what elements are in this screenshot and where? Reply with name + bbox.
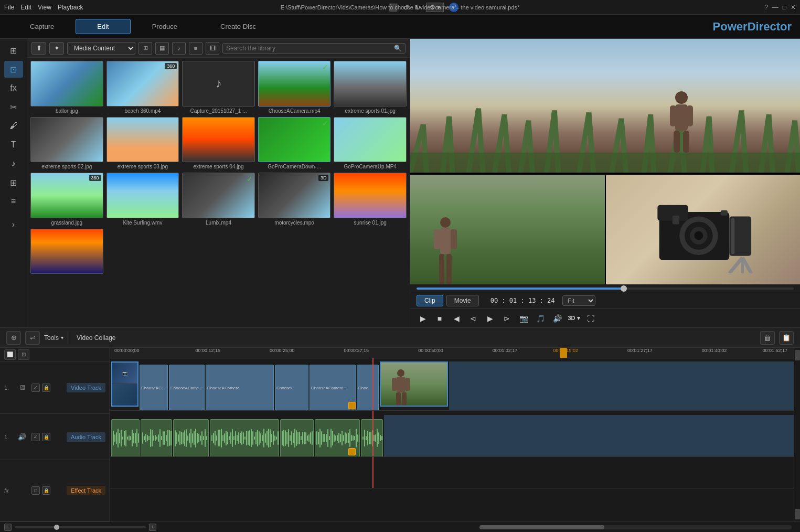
tl-split-btn[interactable]: ⇌	[25, 331, 40, 345]
view-filmstrip-btn[interactable]: 🎞	[206, 42, 219, 55]
video-check-btn[interactable]: ✓	[31, 384, 40, 392]
media-item-14[interactable]: 3Dmotorcycles.mpo	[258, 173, 331, 226]
prev-frame-btn[interactable]: ◀	[450, 312, 463, 325]
sidebar-expand-icon[interactable]: ›	[4, 216, 23, 233]
audio-clip-2[interactable]	[141, 419, 172, 456]
content-type-select[interactable]: Media Content	[67, 42, 135, 55]
effect-check-btn[interactable]: □	[31, 486, 40, 495]
sidebar-sub-icon[interactable]: ≡	[4, 193, 23, 210]
video-clip-1[interactable]: ChooseACa...	[140, 365, 168, 410]
clip-mode-btn[interactable]: Clip	[417, 295, 443, 306]
tab-produce[interactable]: Produce	[131, 19, 199, 34]
media-item-7[interactable]: extreme sports 03.jpg	[106, 117, 179, 170]
sidebar-fx-icon[interactable]: fx	[4, 80, 23, 97]
audio-clip-4[interactable]	[210, 419, 279, 456]
sidebar-audio-icon[interactable]: ♪	[4, 155, 23, 172]
import-btn[interactable]: ⬆	[31, 42, 46, 55]
movie-mode-btn[interactable]: Movie	[446, 295, 479, 306]
zoom-out-btn[interactable]: −	[4, 524, 12, 531]
snapshot-btn[interactable]: 📷	[517, 312, 530, 325]
timeline-scrollbar-v[interactable]	[794, 348, 800, 522]
media-item-9[interactable]: ✓GoProCameraDown-...	[258, 117, 331, 170]
sidebar-media-icon[interactable]: ⊡	[4, 61, 23, 78]
view-grid-btn[interactable]: ⊞	[138, 42, 152, 55]
magic-btn[interactable]: ✦	[49, 42, 64, 55]
tab-edit[interactable]: Edit	[76, 19, 130, 34]
effect-lock-btn[interactable]: 🔒	[42, 486, 50, 495]
media-item-12[interactable]: Kite Surfing.wmv	[106, 173, 179, 226]
media-item-13[interactable]: ✓Lumix.mp4	[182, 173, 255, 226]
menu-file[interactable]: File	[4, 4, 14, 11]
h-scroll-track[interactable]	[479, 525, 792, 529]
sidebar-brush-icon[interactable]: 🖌	[4, 118, 23, 134]
sidebar-home-icon[interactable]: ⊞	[4, 42, 23, 59]
minimize-btn[interactable]: —	[772, 4, 778, 11]
media-item-4[interactable]: ✓ChooseACamera.mp4	[258, 61, 331, 114]
search-input[interactable]	[226, 45, 394, 52]
tl-delete-btn[interactable]: 🗑	[760, 331, 775, 345]
video-lock-btn[interactable]: 🔒	[42, 384, 50, 392]
video-clip-2[interactable]: ChooseACame...	[169, 365, 205, 410]
stop-btn[interactable]: ■	[433, 312, 446, 325]
audio-btn[interactable]: 🎵	[534, 312, 547, 325]
tab-create-disc[interactable]: Create Disc	[199, 19, 278, 34]
tl-icon-2[interactable]: ⊡	[18, 349, 29, 360]
h-scroll-thumb[interactable]	[479, 525, 604, 529]
media-item-15[interactable]: sunrise 01.jpg	[334, 173, 407, 226]
fullscreen-btn[interactable]: ⛶	[584, 312, 597, 325]
media-item-3[interactable]: ♪Capture_20151027_1 ...	[182, 61, 255, 114]
tl-icon-1[interactable]: ⬜	[4, 349, 16, 360]
video-clip-choo[interactable]: Choo	[357, 365, 379, 410]
prev-key-btn[interactable]: ⊲	[467, 312, 479, 325]
sidebar-text-icon[interactable]: T	[4, 136, 23, 153]
next-frame-btn[interactable]: ▶	[484, 312, 496, 325]
menu-edit[interactable]: Edit	[20, 4, 31, 11]
preview-progress[interactable]	[410, 284, 800, 292]
audio-clip-1[interactable]	[111, 419, 140, 456]
next-key-btn[interactable]: ⊳	[500, 312, 513, 325]
media-item-10[interactable]: GoProCameraUp.MP4	[334, 117, 407, 170]
media-item-11[interactable]: 360grassland.jpg	[30, 173, 103, 226]
zoom-in-btn[interactable]: +	[149, 524, 156, 531]
video-clip-3[interactable]: ChooseACamera	[206, 365, 274, 410]
audio-lock-btn[interactable]: 🔒	[42, 433, 50, 441]
video-clip-4[interactable]: Choose/	[275, 365, 308, 410]
sidebar-edit-icon[interactable]: ✂	[4, 99, 23, 115]
media-item-1[interactable]: ballon.jpg	[30, 61, 103, 114]
close-btn[interactable]: ✕	[791, 4, 796, 11]
search-icon[interactable]: 🔍	[394, 45, 402, 52]
media-item-16[interactable]	[30, 229, 103, 276]
tl-snap-btn[interactable]: ⊕	[6, 331, 21, 345]
media-item-2[interactable]: 360beach 360.mp4	[106, 61, 179, 114]
timeline-hscroll[interactable]	[477, 525, 794, 530]
maximize-btn[interactable]: □	[783, 4, 786, 11]
zoom-track[interactable]	[15, 526, 146, 528]
tl-save-btn[interactable]: 📋	[779, 331, 794, 345]
timeline-ruler[interactable]: 00:00:00;00 00:00:12;15 00:00:25;00 00:0…	[110, 348, 794, 358]
view-thumbnail-btn[interactable]: ▦	[155, 42, 169, 55]
sidebar-grid-icon[interactable]: ⊞	[4, 174, 23, 191]
fit-select[interactable]: Fit 100% 50%	[562, 295, 595, 306]
video-clip-thumb-1[interactable]: 📷	[111, 361, 138, 407]
zoom-thumb[interactable]	[54, 525, 59, 530]
audio-check-btn[interactable]: ✓	[31, 433, 40, 441]
tab-capture[interactable]: Capture	[8, 19, 76, 34]
audio-clip-choo[interactable]	[361, 419, 383, 456]
video-selected-clip[interactable]	[380, 361, 448, 407]
volume-btn[interactable]: 🔊	[551, 312, 563, 325]
view-detail-btn[interactable]: ≡	[189, 42, 202, 55]
media-item-6[interactable]: extreme sports 02.jpg	[30, 117, 103, 170]
play-btn[interactable]: ▶	[417, 312, 429, 325]
scroll-up-btn[interactable]	[795, 350, 800, 360]
help-icon[interactable]: ?	[764, 4, 768, 11]
scroll-down-btn[interactable]	[795, 509, 800, 519]
search-box[interactable]: 🔍	[222, 43, 406, 54]
media-item-8[interactable]: extreme sports 04.jpg	[182, 117, 255, 170]
audio-clip-3[interactable]	[173, 419, 209, 456]
media-item-5[interactable]: extreme sports 01.jpg	[334, 61, 407, 114]
3d-btn[interactable]: 3D ▾	[568, 312, 580, 325]
menu-view[interactable]: View	[38, 4, 51, 11]
menu-playback[interactable]: Playback	[58, 4, 83, 11]
audio-clip-5[interactable]	[280, 419, 314, 456]
tools-dropdown[interactable]: Tools ▾	[44, 334, 63, 342]
